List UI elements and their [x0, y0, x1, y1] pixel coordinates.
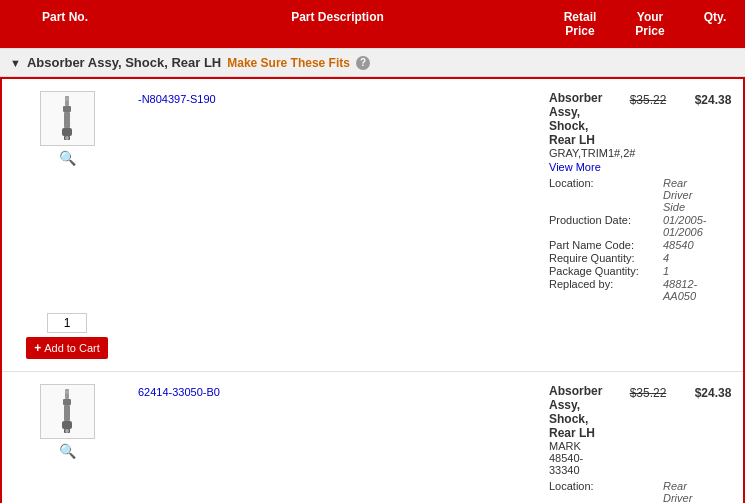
- group-header-shock-rear-lh: ▼ Absorber Assy, Shock, Rear LH Make Sur…: [0, 48, 745, 77]
- part-title-1: Absorber Assy, Shock, Rear LH: [549, 91, 607, 147]
- detail-row: Production Date: 01/2005-01/2006: [549, 214, 607, 238]
- detail-label: Location:: [549, 177, 659, 213]
- group-arrow-icon: ▼: [10, 57, 21, 69]
- your-price-2: $24.38: [683, 380, 743, 404]
- retail-price-1: $35.22: [613, 87, 683, 111]
- detail-table-1: Location: Rear Driver Side Production Da…: [549, 177, 607, 302]
- detail-value: 48812-AA050: [663, 278, 697, 302]
- table-row: 🔍 62414-33050-B0 Absorber Assy, Shock, R…: [2, 372, 743, 503]
- table-header: Part No. Part Description Retail Price Y…: [0, 0, 745, 48]
- part-subtitle-2: MARK 48540-33340: [549, 440, 607, 476]
- qty-input-1[interactable]: [47, 313, 87, 333]
- svg-rect-10: [62, 421, 72, 429]
- col-qty: Qty.: [685, 6, 745, 42]
- svg-rect-2: [64, 112, 70, 128]
- qty-action-1: + Add to Cart: [2, 307, 132, 363]
- part-thumbnail-2[interactable]: [40, 384, 95, 439]
- svg-rect-3: [62, 128, 72, 136]
- retail-price-2: $35.22: [613, 380, 683, 404]
- part-desc-2: Absorber Assy, Shock, Rear LH MARK 48540…: [543, 380, 613, 503]
- svg-point-12: [65, 390, 69, 394]
- part-desc-1: Absorber Assy, Shock, Rear LH GRAY,TRIM1…: [543, 87, 613, 307]
- detail-table-2: Location: Rear Driver Side Production Da…: [549, 480, 607, 503]
- detail-row: Part Name Code: 48540: [549, 239, 607, 251]
- your-price-1: $24.38: [683, 87, 743, 111]
- detail-value: Rear Driver Side: [663, 177, 692, 213]
- detail-label: Replaced by:: [549, 278, 659, 302]
- help-icon[interactable]: ?: [356, 56, 370, 70]
- svg-point-6: [65, 136, 69, 140]
- part-title-2: Absorber Assy, Shock, Rear LH: [549, 384, 607, 440]
- col-part-no: Part No.: [0, 6, 130, 42]
- part-number-2[interactable]: 62414-33050-B0: [132, 380, 543, 402]
- detail-label: Production Date:: [549, 214, 659, 238]
- zoom-icon-2[interactable]: 🔍: [59, 443, 76, 459]
- part-thumbnail[interactable]: [40, 91, 95, 146]
- detail-value: 1: [663, 265, 669, 277]
- part-subtitle-1: GRAY,TRIM1#,2#: [549, 147, 607, 159]
- detail-label: Location:: [549, 480, 659, 503]
- detail-value: 48540: [663, 239, 694, 251]
- svg-point-5: [65, 97, 69, 101]
- detail-label: Part Name Code:: [549, 239, 659, 251]
- detail-value: Rear Driver Side: [663, 480, 692, 503]
- svg-rect-9: [64, 405, 70, 421]
- detail-value: 01/2005-01/2006: [663, 214, 706, 238]
- detail-row: Location: Rear Driver Side: [549, 480, 607, 503]
- zoom-icon[interactable]: 🔍: [59, 150, 76, 166]
- col-your-price: Your Price: [615, 6, 685, 42]
- part-number-1[interactable]: -N804397-S190: [132, 87, 543, 109]
- detail-value: 4: [663, 252, 669, 264]
- add-to-cart-button-1[interactable]: + Add to Cart: [26, 337, 108, 359]
- part-image-2: [47, 387, 87, 437]
- part-image-cell: 🔍: [2, 87, 132, 170]
- detail-row: Replaced by: 48812-AA050: [549, 278, 607, 302]
- make-sure-label[interactable]: Make Sure These Fits: [227, 56, 350, 70]
- detail-row: Package Quantity: 1: [549, 265, 607, 277]
- parts-section-shock-rear-lh: 🔍 -N804397-S190 Absorber Assy, Shock, Re…: [0, 77, 745, 503]
- plus-icon: +: [34, 341, 41, 355]
- view-more-link-1[interactable]: View More: [549, 161, 607, 173]
- col-retail-price: Retail Price: [545, 6, 615, 42]
- svg-point-13: [65, 429, 69, 433]
- detail-label: Require Quantity:: [549, 252, 659, 264]
- part-image-cell-2: 🔍: [2, 380, 132, 463]
- svg-rect-8: [63, 399, 71, 405]
- detail-label: Package Quantity:: [549, 265, 659, 277]
- detail-row: Require Quantity: 4: [549, 252, 607, 264]
- part-image: [47, 94, 87, 144]
- svg-rect-1: [63, 106, 71, 112]
- detail-row: Location: Rear Driver Side: [549, 177, 607, 213]
- group-name: Absorber Assy, Shock, Rear LH: [27, 55, 221, 70]
- col-part-desc: Part Description: [130, 6, 545, 42]
- add-to-cart-label-1: Add to Cart: [44, 342, 100, 354]
- table-row: 🔍 -N804397-S190 Absorber Assy, Shock, Re…: [2, 79, 743, 372]
